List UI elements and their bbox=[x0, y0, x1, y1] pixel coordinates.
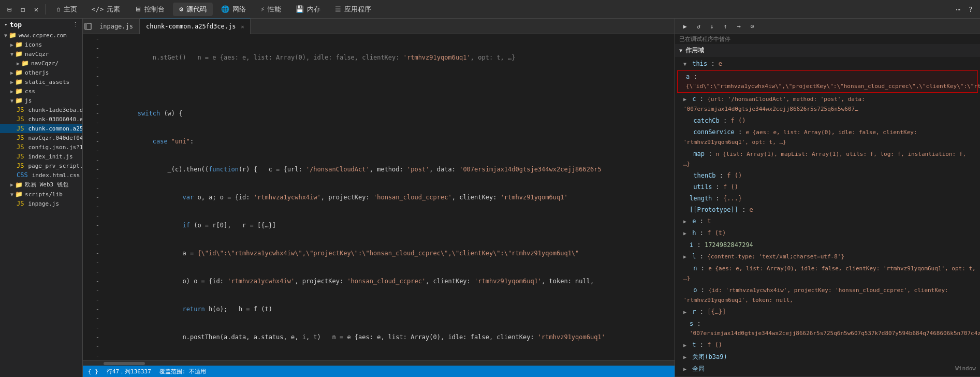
scope-value: 1724982847294 bbox=[705, 241, 753, 249]
code-editor[interactable]: ----- ----- ----- ----- ----- ----- ----… bbox=[83, 34, 675, 360]
scope-prototype[interactable]: [[Prototype]] : e bbox=[675, 204, 980, 215]
expand-arrow: ▶ bbox=[17, 61, 20, 66]
tab-inpage[interactable]: inpage.js bbox=[93, 19, 140, 34]
scope-l[interactable]: ▶ l : {content-type: 'text/xml;charset=u… bbox=[675, 251, 980, 263]
tree-item-scripts-lib[interactable]: ▼ 📁 scripts/lib bbox=[0, 190, 82, 199]
scope-utils[interactable]: utils : f () bbox=[675, 181, 980, 193]
application-icon: ☰ bbox=[335, 5, 341, 13]
step-out-btn[interactable]: ↑ bbox=[720, 21, 731, 32]
scope-map[interactable]: map : n {list: Array(1), mapList: Array(… bbox=[675, 148, 980, 170]
horizontal-scrollbar[interactable] bbox=[83, 360, 675, 366]
step-btn[interactable]: → bbox=[733, 21, 744, 32]
scope-separator: : bbox=[697, 241, 704, 249]
scope-window: Window bbox=[955, 364, 976, 374]
tree-item-navcqzr-js[interactable]: JS navCqzr.040def04.js bbox=[0, 133, 82, 142]
tree-item-config[interactable]: JS config.json.js?172437422 bbox=[0, 142, 82, 152]
tab-close-icon[interactable]: ✕ bbox=[241, 24, 244, 30]
scope-o[interactable]: o : {id: 'rtmhvza1ycwhx4iw', projectKey:… bbox=[675, 284, 980, 306]
tree-label: index.html.css bbox=[32, 172, 80, 179]
more-options-icon[interactable]: ⋯ bbox=[953, 4, 963, 15]
tree-dropdown-icon[interactable]: ▾ bbox=[4, 21, 8, 28]
expand-arrow: ▶ bbox=[683, 342, 686, 348]
tree-item-ccprec[interactable]: ▼ 📁 www.ccprec.com bbox=[0, 31, 82, 40]
tree-item-inpage[interactable]: JS inpage.js bbox=[0, 199, 82, 208]
scope-e[interactable]: ▶ e : t bbox=[675, 215, 980, 227]
scope-value: f () bbox=[707, 341, 722, 349]
scope-global[interactable]: ▶ 全局 Window bbox=[675, 363, 980, 375]
resume-btn[interactable]: ▶ bbox=[679, 21, 691, 32]
tree-item-page-prv[interactable]: JS page_prv_script.js bbox=[0, 161, 82, 170]
scope-key: c bbox=[692, 95, 696, 103]
tab-chunk-common[interactable]: chunk-common.a25fd3ce.js ✕ bbox=[140, 19, 251, 34]
maximize-icon[interactable]: ◻ bbox=[18, 4, 28, 15]
scope-a[interactable]: a : {\"id\":\"rtmhvza1ycwhx4iw\",\"proje… bbox=[677, 70, 978, 93]
tree-item-chunk1[interactable]: JS chunk-1ade3eba.d1: bbox=[0, 105, 82, 114]
scope-r[interactable]: ▶ r : [{…}] bbox=[675, 306, 980, 318]
tab-console[interactable]: 🖥 控制台 bbox=[128, 3, 171, 16]
tree-item-web3[interactable]: ▶ 📁 欧易 Web3 钱包 bbox=[0, 180, 82, 190]
tree-item-static[interactable]: ▶ 📁 static_assets bbox=[0, 77, 82, 86]
scope-this[interactable]: ▼ this : e bbox=[675, 58, 980, 70]
scope-key: utils bbox=[693, 183, 712, 191]
close-icon[interactable]: ✕ bbox=[31, 4, 41, 15]
tab-home[interactable]: ⌂ 主页 bbox=[50, 3, 83, 16]
step-into-btn[interactable]: ↓ bbox=[706, 21, 718, 32]
scope-catchcb[interactable]: catchCb : f () bbox=[675, 115, 980, 126]
tree-item-index-init[interactable]: JS index_init.js bbox=[0, 152, 82, 161]
scope-length[interactable]: length : {...} bbox=[675, 193, 980, 204]
scope-connservice[interactable]: connService : e {aes: e, list: Array(0),… bbox=[675, 126, 980, 148]
tree-label: inpage.js bbox=[28, 200, 59, 207]
console-icon: 🖥 bbox=[135, 5, 141, 13]
scope-i[interactable]: i : 1724982847294 bbox=[675, 239, 980, 251]
deactivate-btn[interactable]: ⊘ bbox=[747, 21, 758, 32]
scope-t[interactable]: ▶ t : f () bbox=[675, 339, 980, 351]
tab-label: inpage.js bbox=[99, 23, 133, 30]
scope-key: [[Prototype]] bbox=[690, 206, 738, 213]
tab-performance[interactable]: ⚡ 性能 bbox=[254, 3, 287, 16]
tree-label: navCqzr/ bbox=[31, 60, 58, 67]
scope-h[interactable]: ▶ h : f (t) bbox=[675, 227, 980, 239]
tab-elements[interactable]: </> 元素 bbox=[85, 3, 126, 16]
tree-item-chunk-common[interactable]: JS chunk-common.a25f bbox=[0, 124, 82, 133]
tree-item-css[interactable]: ▶ 📁 css bbox=[0, 86, 82, 96]
tab-network[interactable]: 🌐 网络 bbox=[215, 3, 252, 16]
position-info: 行47，列136337 bbox=[107, 368, 151, 375]
minimize-icon[interactable]: ⊟ bbox=[4, 4, 14, 15]
status-bar: { } 行47，列136337 覆盖范围: 不适用 bbox=[83, 366, 675, 377]
tree-item-js[interactable]: ▼ 📁 js bbox=[0, 96, 82, 105]
home-icon: ⌂ bbox=[56, 5, 61, 13]
scrollbar-thumb[interactable] bbox=[104, 362, 145, 365]
scope-close[interactable]: ▶ 关闭(b3a9) bbox=[675, 351, 980, 363]
expand-arrow: ▶ bbox=[683, 354, 686, 360]
tab-application[interactable]: ☰ 应用程序 bbox=[329, 3, 377, 16]
tab-memory[interactable]: 💾 内存 bbox=[289, 3, 327, 16]
scope-thencb[interactable]: thenCb : f () bbox=[675, 170, 980, 181]
tree-more-icon[interactable]: ⋮ bbox=[72, 21, 78, 28]
panel-toggle-icon[interactable] bbox=[83, 23, 93, 30]
tree-item-icons[interactable]: ▶ 📁 icons bbox=[0, 40, 82, 49]
scope-separator: : bbox=[701, 265, 708, 272]
tree-item-navcqzr-sub[interactable]: ▶ 📁 navCqzr/ bbox=[0, 59, 82, 68]
expand-arrow: ▶ bbox=[10, 79, 13, 85]
scope-n[interactable]: n : e {aes: e, list: Array(0), idle: fal… bbox=[675, 263, 980, 284]
help-icon[interactable]: ? bbox=[966, 4, 976, 15]
tree-label: css bbox=[25, 88, 35, 95]
tree-label: index_init.js bbox=[28, 153, 72, 160]
scope-key: thenCb bbox=[693, 172, 715, 179]
scope-separator: : bbox=[700, 218, 707, 225]
scope-separator: : bbox=[700, 95, 707, 103]
scope-c[interactable]: ▶ c : {url: '/honsanCloudAct', method: '… bbox=[675, 93, 980, 115]
tree-label: js bbox=[25, 97, 32, 104]
step-over-btn[interactable]: ↺ bbox=[693, 21, 704, 32]
editor-area: inpage.js chunk-common.a25fd3ce.js ✕ ---… bbox=[83, 19, 675, 377]
tree-item-chunk2[interactable]: JS chunk-03806040.e3f bbox=[0, 114, 82, 124]
scope-key: catchCb bbox=[693, 117, 720, 124]
scope-separator: : bbox=[723, 117, 730, 124]
scope-s[interactable]: s : '007ersimjax14d0gtsje344wx2cejj86626… bbox=[675, 318, 980, 339]
scope-header[interactable]: ▼ 作用域 bbox=[675, 44, 980, 57]
tab-sources[interactable]: ⚙ 源代码 bbox=[173, 3, 213, 16]
folder-icon: 📁 bbox=[9, 32, 17, 39]
tree-item-index-css[interactable]: CSS index.html.css bbox=[0, 170, 82, 180]
tree-item-navcqzr[interactable]: ▼ 📁 navCqzr bbox=[0, 49, 82, 59]
tree-item-otherjs[interactable]: ▶ 📁 otherjs bbox=[0, 68, 82, 77]
